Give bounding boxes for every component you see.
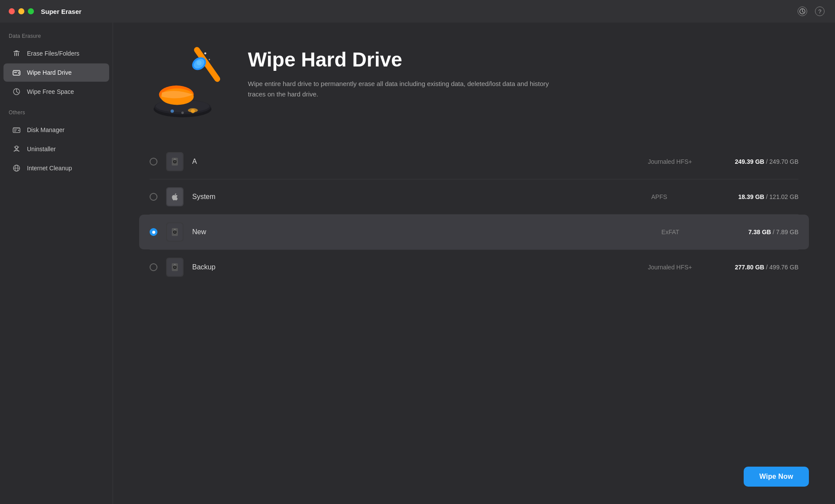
sidebar-item-internet-cleanup[interactable]: Internet Cleanup (3, 159, 109, 177)
sidebar-label-internet-cleanup: Internet Cleanup (27, 165, 72, 172)
sidebar-label-wipe-free-space: Wipe Free Space (27, 88, 74, 95)
drive-icon-new (166, 222, 184, 242)
app-body: Data Erasure Erase Files/Folders (0, 23, 835, 504)
drive-size-system: 18.39 GB / 121.02 GB (738, 193, 798, 200)
sidebar-section-others: Others (0, 109, 113, 120)
product-icon (139, 40, 226, 123)
shredder-icon (12, 49, 21, 58)
sidebar-item-erase-files[interactable]: Erase Files/Folders (3, 44, 109, 63)
svg-rect-3 (16, 53, 17, 56)
svg-rect-15 (13, 127, 20, 128)
sidebar-item-uninstaller[interactable]: Uninstaller (3, 140, 109, 158)
history-button[interactable] (798, 7, 807, 16)
uninstaller-icon (12, 145, 21, 153)
drive-format-new: ExFAT (661, 229, 740, 235)
titlebar: Super Eraser ? (0, 0, 835, 23)
drive-size-new: 7.38 GB / 7.89 GB (748, 229, 798, 235)
wipe-now-button[interactable]: Wipe Now (744, 467, 809, 487)
svg-point-44 (174, 231, 176, 233)
disk-icon (12, 126, 21, 134)
svg-rect-14 (14, 131, 16, 132)
main-content: Wipe Hard Drive Wipe entire hard drive t… (113, 23, 835, 504)
table-row[interactable]: System APFS 18.39 GB / 121.02 GB (139, 179, 809, 214)
drive-name-backup: Backup (192, 263, 639, 271)
sidebar-label-wipe-hard-drive: Wipe Hard Drive (27, 69, 72, 76)
content-header: Wipe Hard Drive Wipe entire hard drive t… (139, 40, 809, 123)
drive-format-system: APFS (651, 193, 729, 200)
close-button[interactable] (9, 8, 15, 14)
sidebar-label-erase-files: Erase Files/Folders (27, 50, 80, 57)
svg-point-34 (204, 52, 207, 54)
sidebar: Data Erasure Erase Files/Folders (0, 23, 113, 504)
drive-name-new: New (192, 228, 653, 236)
drive-icon-a (166, 152, 184, 171)
wipe-space-icon (12, 87, 21, 96)
help-button[interactable]: ? (815, 7, 825, 16)
svg-rect-41 (174, 159, 176, 160)
sidebar-section-erasure: Data Erasure (0, 33, 113, 43)
svg-rect-51 (174, 265, 176, 265)
drive-radio-new[interactable] (150, 228, 157, 236)
drive-size-a: 249.39 GB / 249.70 GB (735, 158, 798, 165)
table-row[interactable]: A Journaled HFS+ 249.39 GB / 249.70 GB (139, 144, 809, 179)
table-row[interactable]: Backup Journaled HFS+ 277.80 GB / 499.76… (139, 250, 809, 285)
svg-point-7 (18, 73, 20, 74)
svg-point-35 (209, 59, 210, 60)
drive-list: A Journaled HFS+ 249.39 GB / 249.70 GB S… (139, 144, 809, 487)
internet-icon (12, 164, 21, 172)
svg-point-26 (181, 112, 184, 114)
drive-radio-backup[interactable] (150, 263, 157, 271)
svg-rect-5 (15, 50, 18, 51)
drive-icon-system (166, 187, 184, 206)
page-title: Wipe Hard Drive (248, 49, 552, 71)
table-row[interactable]: New ExFAT 7.38 GB / 7.89 GB (139, 215, 809, 249)
svg-point-12 (18, 130, 20, 131)
wipe-drive-icon (12, 68, 21, 77)
svg-rect-4 (18, 53, 19, 56)
traffic-lights (9, 8, 34, 14)
sidebar-label-uninstaller: Uninstaller (27, 146, 56, 153)
drive-radio-system[interactable] (150, 193, 157, 201)
svg-rect-8 (14, 72, 17, 73)
titlebar-actions: ? (798, 7, 825, 16)
sidebar-item-wipe-hard-drive[interactable]: Wipe Hard Drive (3, 63, 109, 82)
svg-rect-2 (14, 53, 15, 56)
minimize-button[interactable] (18, 8, 24, 14)
drive-size-backup: 277.80 GB / 499.76 GB (735, 264, 798, 271)
svg-point-25 (170, 109, 174, 113)
svg-rect-13 (14, 129, 17, 130)
svg-rect-1 (13, 51, 20, 52)
svg-rect-9 (13, 70, 20, 71)
svg-point-33 (197, 60, 201, 65)
sidebar-item-disk-manager[interactable]: Disk Manager (3, 121, 109, 139)
drive-radio-a[interactable] (150, 158, 157, 166)
drive-format-a: Journaled HFS+ (648, 158, 726, 165)
page-description: Wipe entire hard drive to permanently er… (248, 79, 552, 99)
svg-point-49 (174, 266, 176, 268)
sidebar-label-disk-manager: Disk Manager (27, 126, 64, 133)
svg-point-39 (174, 161, 176, 162)
svg-point-36 (188, 108, 198, 113)
drive-format-backup: Journaled HFS+ (648, 264, 726, 271)
maximize-button[interactable] (28, 8, 34, 14)
app-title: Super Eraser (41, 8, 81, 15)
drive-name-system: System (192, 193, 642, 201)
svg-rect-46 (174, 230, 176, 230)
header-text: Wipe Hard Drive Wipe entire hard drive t… (248, 40, 552, 99)
drive-name-a: A (192, 158, 639, 166)
sidebar-item-wipe-free-space[interactable]: Wipe Free Space (3, 83, 109, 101)
drive-icon-backup (166, 258, 184, 277)
